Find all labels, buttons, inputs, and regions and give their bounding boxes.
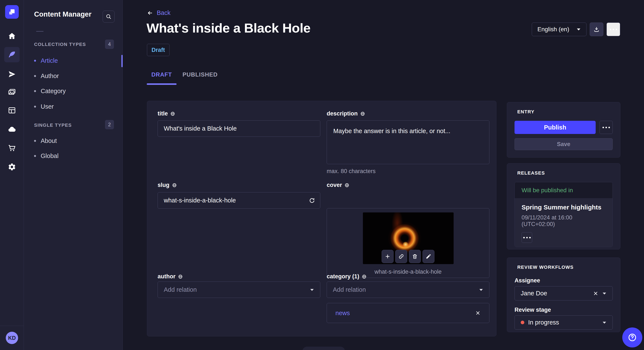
- cart-icon: [8, 144, 16, 152]
- images-icon: [8, 88, 16, 97]
- cover-field-label: cover: [327, 182, 490, 188]
- page-title: What's inside a Black Hole: [146, 20, 310, 35]
- more-actions-button[interactable]: [606, 22, 620, 36]
- sidebar-item-article[interactable]: Article: [34, 53, 118, 68]
- layout-icon: [8, 106, 16, 115]
- section-collection-types: COLLECTION TYPES: [34, 42, 86, 47]
- nav-settings[interactable]: [4, 159, 20, 175]
- sidebar-item-category[interactable]: Category: [34, 83, 118, 99]
- category-placeholder: Add relation: [333, 286, 366, 293]
- tab-published[interactable]: PUBLISHED: [182, 71, 218, 78]
- ellipsis-icon: [602, 127, 610, 128]
- review-stage-select[interactable]: In progress: [514, 315, 613, 330]
- locale-select[interactable]: English (en): [532, 22, 586, 36]
- icon-rail: KD: [0, 0, 24, 350]
- author-placeholder: Add relation: [164, 286, 197, 293]
- chevron-down-icon: [576, 28, 581, 31]
- bullet-icon: [34, 140, 36, 142]
- entry-more-button[interactable]: [600, 121, 613, 134]
- globe-icon: [362, 274, 366, 279]
- nav-media-library[interactable]: [4, 85, 20, 100]
- edit-media-button[interactable]: [422, 250, 434, 263]
- add-media-button[interactable]: [382, 250, 394, 263]
- category-field-label: category (1): [327, 273, 490, 280]
- delete-media-button[interactable]: [409, 250, 421, 263]
- assignee-select[interactable]: Jane Doe: [514, 286, 613, 301]
- nav-deploy[interactable]: [4, 122, 20, 137]
- globe-icon: [172, 183, 177, 187]
- stage-value: In progress: [528, 319, 598, 326]
- nav-home[interactable]: [4, 28, 20, 44]
- back-link[interactable]: Back: [147, 9, 170, 16]
- nav-content-manager[interactable]: [4, 47, 20, 62]
- nav-marketplace[interactable]: [4, 140, 20, 156]
- globe-icon: [360, 111, 365, 116]
- strapi-logo[interactable]: [5, 5, 19, 19]
- author-relation-select[interactable]: Add relation: [158, 282, 320, 298]
- paper-plane-icon: [8, 70, 16, 78]
- ellipsis-icon: [523, 237, 531, 238]
- help-button[interactable]: [622, 328, 642, 348]
- nav-releases[interactable]: [4, 67, 20, 82]
- release-card: Will be published in Spring Summer highl…: [514, 182, 613, 247]
- link-icon: [398, 253, 404, 259]
- release-date: 09/11/2024 at 16:00 (UTC+02:00): [522, 214, 606, 227]
- releases-panel: RELEASES Will be published in Spring Sum…: [507, 163, 620, 249]
- bullet-icon: [34, 75, 36, 77]
- description-textarea[interactable]: Maybe the answer is in this article, or …: [327, 120, 490, 164]
- assignee-label: Assignee: [514, 277, 540, 284]
- remove-relation-icon[interactable]: [475, 310, 481, 316]
- chevron-down-icon: [310, 288, 314, 291]
- release-more-button[interactable]: [522, 232, 532, 243]
- home-icon: [8, 32, 16, 40]
- sidebar-item-user[interactable]: User: [34, 99, 118, 114]
- download-icon: [593, 26, 600, 32]
- locale-value: English (en): [538, 26, 569, 33]
- entry-panel: ENTRY Publish Save: [507, 102, 620, 158]
- category-relation-select[interactable]: Add relation: [327, 282, 490, 298]
- save-button[interactable]: Save: [514, 138, 613, 150]
- bullet-icon: [34, 60, 36, 62]
- chevron-down-icon: [602, 321, 606, 324]
- title-field-label: title: [158, 110, 320, 117]
- version-tabs: DRAFT PUBLISHED: [147, 71, 218, 78]
- sidebar-item-global[interactable]: Global: [34, 148, 118, 164]
- regenerate-slug-icon[interactable]: [309, 197, 315, 204]
- chevron-down-icon: [602, 292, 606, 295]
- feather-pen-icon: [8, 50, 16, 59]
- copy-link-button[interactable]: [395, 250, 407, 263]
- tab-draft[interactable]: DRAFT: [147, 71, 176, 78]
- search-icon: [106, 14, 112, 19]
- bullet-icon: [34, 90, 36, 92]
- bullet-icon: [34, 155, 36, 157]
- strapi-logo-icon: [8, 8, 16, 16]
- sidebar-item-author[interactable]: Author: [34, 68, 118, 84]
- arrow-left-icon: [147, 10, 153, 16]
- relation-item-news: news: [327, 303, 490, 323]
- entry-panel-label: ENTRY: [517, 109, 534, 115]
- rail-divider: [0, 326, 24, 326]
- edit-form-panel: title description Maybe the answer is in…: [147, 101, 496, 336]
- chevron-down-icon: [479, 288, 483, 291]
- pencil-icon: [426, 253, 432, 259]
- slug-field-label: slug: [158, 182, 320, 188]
- publish-button[interactable]: Publish: [514, 121, 596, 134]
- review-workflows-label: REVIEW WORKFLOWS: [517, 265, 574, 270]
- clear-assignee-icon[interactable]: [593, 291, 598, 296]
- nav-content-type-builder[interactable]: [4, 103, 20, 118]
- status-badge: Draft: [147, 44, 170, 56]
- globe-icon: [344, 183, 349, 187]
- relation-link[interactable]: news: [336, 310, 350, 317]
- sidebar-item-about[interactable]: About: [34, 133, 118, 149]
- gear-icon: [8, 163, 16, 171]
- description-field-label: description: [327, 110, 490, 117]
- export-button[interactable]: [590, 22, 603, 36]
- search-button[interactable]: [103, 11, 114, 22]
- collapsed-bottom-panel: [302, 347, 345, 350]
- cloud-icon: [8, 125, 16, 134]
- avatar[interactable]: KD: [6, 332, 18, 344]
- title-input[interactable]: [158, 120, 320, 137]
- slug-input[interactable]: [158, 192, 320, 209]
- ellipsis-icon: [610, 29, 617, 30]
- release-title[interactable]: Spring Summer highlights: [522, 204, 606, 211]
